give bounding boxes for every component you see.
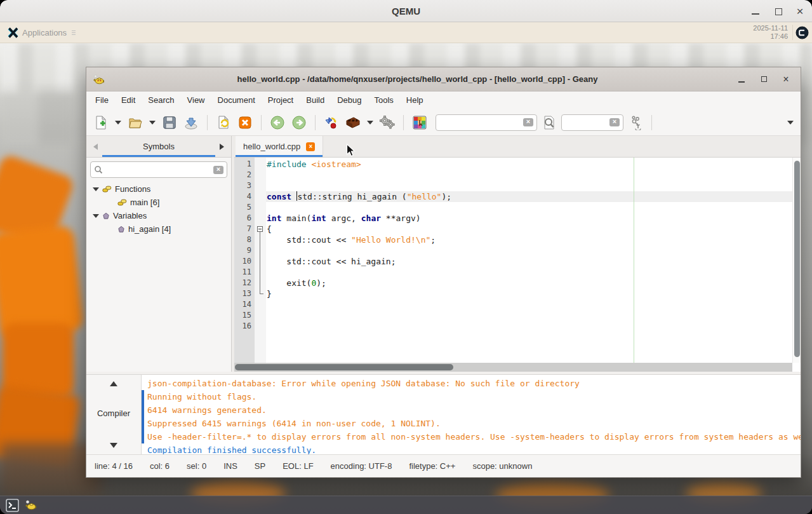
code-line[interactable]: [266, 170, 792, 180]
clear-icon[interactable]: [609, 118, 620, 126]
compiler-output[interactable]: json-compilation-database: Error while o…: [142, 375, 801, 454]
toolbar-search-entry[interactable]: [436, 114, 537, 131]
applications-menu-button[interactable]: Applications: [4, 22, 79, 43]
code-line[interactable]: }: [266, 288, 792, 299]
clear-icon[interactable]: [523, 118, 533, 126]
compiler-line[interactable]: json-compilation-database: Error while o…: [142, 377, 801, 390]
tree-item-variables[interactable]: Variables: [90, 209, 227, 222]
menu-item-file[interactable]: File: [89, 91, 115, 109]
new-document-dropdown[interactable]: [113, 113, 123, 132]
code-line[interactable]: [266, 202, 792, 213]
code-line[interactable]: [266, 180, 792, 191]
menu-item-edit[interactable]: Edit: [115, 91, 142, 109]
find-button[interactable]: [540, 113, 559, 132]
goto-line-input[interactable]: [565, 117, 607, 128]
code-line[interactable]: int main(int argc, char **argv): [266, 213, 792, 224]
tab-scroll-right-icon[interactable]: [220, 144, 224, 150]
geany-lamp-icon: [25, 499, 37, 511]
menu-item-view[interactable]: View: [181, 91, 211, 109]
horizontal-scrollbar[interactable]: [234, 363, 792, 372]
geany-close-button[interactable]: ×: [782, 75, 790, 84]
save-button[interactable]: [160, 113, 179, 132]
code-line[interactable]: {: [266, 224, 792, 234]
vertical-scrollbar[interactable]: [792, 158, 801, 363]
toolbar-goto-entry[interactable]: [561, 114, 623, 131]
geany-minimize-button[interactable]: [737, 75, 746, 84]
scrollbar-thumb[interactable]: [235, 364, 453, 370]
clear-icon[interactable]: [213, 166, 223, 174]
code-line[interactable]: [266, 299, 792, 310]
build-button[interactable]: [343, 113, 363, 132]
panel-clock[interactable]: 2025-11-11 17:46: [753, 24, 788, 41]
code-line[interactable]: const std::string hi_again ("hello");: [266, 191, 792, 202]
line-number: 16: [234, 321, 255, 332]
code-line[interactable]: exit(0);: [266, 278, 792, 288]
qemu-maximize-button[interactable]: [773, 6, 784, 17]
compiler-line[interactable]: Compilation finished successfully.: [142, 443, 801, 454]
symbols-filter-box[interactable]: [90, 161, 227, 178]
menu-item-tools[interactable]: Tools: [368, 91, 399, 109]
code-line[interactable]: std::cout << hi_again;: [266, 256, 792, 267]
compiler-line[interactable]: Running without flags.: [142, 390, 801, 403]
expander-icon[interactable]: [93, 214, 99, 218]
geany-titlebar[interactable]: hello_world.cpp - /data/home/qnxuser/pro…: [86, 67, 801, 91]
expander-icon[interactable]: [93, 187, 99, 191]
taskbar-terminal-button[interactable]: [6, 499, 19, 512]
navigate-forward-button[interactable]: [290, 113, 309, 132]
search-input[interactable]: [439, 117, 521, 128]
code-line[interactable]: [266, 245, 792, 256]
code-line[interactable]: [266, 321, 792, 332]
navigate-back-button[interactable]: [268, 113, 287, 132]
build-dropdown[interactable]: [365, 113, 375, 132]
code-line[interactable]: #include <iostream>: [266, 159, 792, 170]
tree-item-hi_again[interactable]: hi_again [4]: [90, 222, 227, 236]
fold-collapse-icon[interactable]: [257, 226, 263, 232]
jump-to-line-button[interactable]: [626, 113, 645, 132]
tree-item-main[interactable]: main [6]: [90, 196, 227, 209]
menu-lines-icon: [72, 30, 76, 35]
scrollbar-thumb[interactable]: [794, 161, 800, 357]
code-area[interactable]: #include <iostream>const std::string hi_…: [266, 158, 792, 363]
code-editor[interactable]: 12345678910111213141516 #include <iostre…: [234, 158, 801, 372]
color-chooser-button[interactable]: [410, 113, 429, 132]
compiler-line[interactable]: 6414 warnings generated.: [142, 403, 801, 417]
tab-scroll-down-icon[interactable]: [110, 443, 117, 448]
tree-item-functions[interactable]: Functions: [90, 182, 227, 196]
compiler-line[interactable]: Use -header-filter=.* to display errors …: [142, 430, 801, 443]
menu-item-document[interactable]: Document: [211, 91, 262, 109]
message-window: Compiler json-compilation-database: Erro…: [86, 374, 801, 454]
code-line[interactable]: [266, 267, 792, 278]
new-document-button[interactable]: [91, 113, 110, 132]
menu-item-help[interactable]: Help: [400, 91, 430, 109]
menu-item-project[interactable]: Project: [262, 91, 300, 109]
toolbar-overflow-dropdown[interactable]: [785, 113, 795, 132]
open-file-dropdown[interactable]: [147, 113, 157, 132]
close-document-button[interactable]: [236, 113, 255, 132]
tab-compiler[interactable]: Compiler: [86, 409, 141, 418]
menu-item-build[interactable]: Build: [300, 91, 331, 109]
method-pair-icon: [117, 198, 127, 207]
chevron-down-icon: [787, 121, 794, 125]
revert-button[interactable]: [214, 113, 233, 132]
compiler-line[interactable]: Suppressed 6415 warnings (6414 in non-us…: [142, 417, 801, 430]
open-file-button[interactable]: [126, 113, 145, 132]
code-line[interactable]: std::cout << "Hello World!\n";: [266, 234, 792, 245]
qemu-close-button[interactable]: ×: [794, 6, 806, 17]
fold-margin[interactable]: [255, 158, 266, 363]
qemu-minimize-button[interactable]: [750, 6, 761, 17]
code-line[interactable]: [266, 310, 792, 321]
applications-label: Applications: [22, 28, 67, 37]
save-all-button[interactable]: [182, 113, 201, 132]
geany-maximize-button[interactable]: [759, 75, 768, 84]
menu-item-debug[interactable]: Debug: [331, 91, 368, 109]
menu-item-search[interactable]: Search: [142, 91, 180, 109]
tray-icon[interactable]: [795, 26, 809, 39]
symbols-filter-input[interactable]: [106, 165, 210, 175]
compile-button[interactable]: [322, 113, 341, 132]
tab-hello-world-cpp[interactable]: hello_world.cpp ×: [236, 136, 323, 157]
tab-scroll-up-icon[interactable]: [110, 381, 117, 386]
tab-symbols[interactable]: Symbols: [86, 136, 231, 157]
tab-close-button[interactable]: ×: [306, 142, 315, 151]
taskbar-geany-button[interactable]: [25, 499, 37, 511]
execute-button[interactable]: [378, 113, 397, 132]
